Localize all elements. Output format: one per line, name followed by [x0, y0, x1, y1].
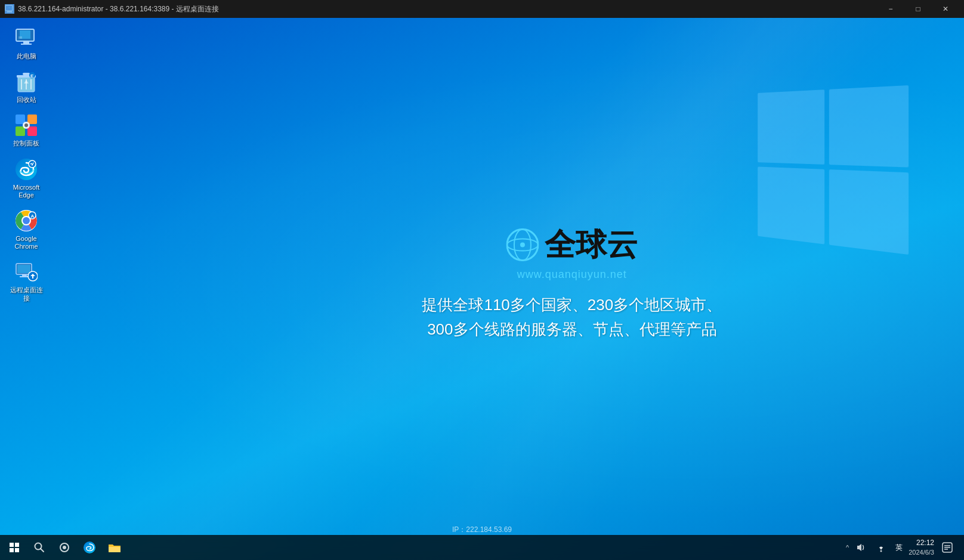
brand-url: www.quanqiuyun.net — [422, 268, 722, 280]
taskbar: ^ 英 22:12 2024/6/ — [0, 535, 964, 560]
chrome-label: Google Chrome — [7, 235, 45, 250]
svg-rect-17 — [16, 115, 25, 124]
svg-rect-8 — [18, 36, 22, 39]
brand-desc-line1: 提供全球110多个国家、230多个地区城市、 — [422, 292, 722, 317]
svg-point-42 — [63, 546, 66, 549]
search-button[interactable] — [27, 536, 51, 559]
network-wifi-icon — [876, 543, 886, 552]
title-bar-text: 38.6.221.164-administrator - 38.6.221.16… — [18, 4, 219, 14]
taskbar-file-explorer-button[interactable] — [103, 536, 126, 559]
rdp-label: 远程桌面连接 — [7, 286, 45, 302]
desktop-icon-edge[interactable]: Microsoft Edge — [5, 155, 48, 202]
svg-rect-3 — [8, 7, 10, 8]
title-bar-controls: − □ ✕ — [877, 0, 959, 18]
brand-logo-svg — [506, 228, 539, 261]
svg-rect-2 — [7, 12, 13, 13]
brand-logo-area: 全球云 — [422, 224, 722, 265]
svg-rect-19 — [16, 126, 25, 136]
win-pane-4 — [829, 169, 909, 255]
svg-point-24 — [29, 160, 36, 168]
title-bar-left: 38.6.221.164-administrator - 38.6.221.16… — [5, 4, 219, 14]
start-button[interactable] — [2, 536, 26, 559]
rdp-icon-small — [5, 4, 14, 14]
microsoft-edge-icon — [14, 157, 38, 181]
taskbar-edge-button[interactable] — [78, 536, 101, 559]
svg-text:E: E — [30, 73, 34, 79]
desktop-icon-control-panel[interactable]: 控制面板 — [5, 111, 48, 150]
start-pane-2 — [15, 543, 19, 547]
task-view-icon — [59, 542, 70, 553]
svg-point-27 — [23, 217, 30, 224]
network-icon[interactable] — [873, 536, 889, 559]
win-pane-3 — [758, 167, 824, 245]
taskbar-edge-icon — [83, 541, 96, 554]
brand-center: 全球云 www.quanqiuyun.net 提供全球110多个国家、230多个… — [422, 224, 722, 342]
clock[interactable]: 22:12 2024/6/3 — [909, 539, 934, 556]
recycle-bin-icon: E — [14, 70, 38, 94]
desktop-icon-chrome[interactable]: A Google Chrome — [5, 206, 48, 253]
svg-rect-7 — [21, 44, 32, 45]
start-pane-3 — [10, 548, 14, 552]
search-icon — [34, 542, 45, 553]
minimize-button[interactable]: − — [877, 0, 904, 18]
notification-center-button[interactable] — [938, 536, 957, 559]
svg-rect-44 — [109, 547, 120, 552]
tray-chevron[interactable]: ^ — [846, 544, 849, 551]
keyboard-language[interactable]: 英 — [893, 543, 905, 553]
google-chrome-icon: A — [14, 209, 38, 233]
win-pane-1 — [758, 89, 824, 165]
svg-rect-11 — [23, 73, 30, 75]
desktop-icon-recycle-bin[interactable]: E 回收站 — [5, 67, 48, 106]
maximize-button[interactable]: □ — [904, 0, 932, 18]
svg-rect-32 — [22, 274, 27, 276]
taskbar-right: ^ 英 22:12 2024/6/ — [846, 536, 962, 559]
this-pc-icon — [14, 26, 38, 50]
clock-time: 22:12 — [909, 539, 934, 548]
rdp-desktop: 此电脑 E 回收站 — [0, 18, 964, 560]
desktop-icon-this-pc[interactable]: 此电脑 — [5, 24, 48, 63]
remote-desktop-icon — [14, 260, 38, 284]
desktop-icons: 此电脑 E 回收站 — [5, 24, 48, 305]
ip-bar: IP：222.184.53.69 — [452, 525, 512, 535]
svg-rect-18 — [27, 115, 37, 124]
control-panel-label: 控制面板 — [13, 140, 39, 147]
svg-point-38 — [520, 242, 525, 247]
close-button[interactable]: ✕ — [932, 0, 959, 18]
windows-start-icon — [10, 543, 19, 552]
edge-label: Microsoft Edge — [7, 184, 45, 199]
title-bar: 38.6.221.164-administrator - 38.6.221.16… — [0, 0, 964, 18]
volume-icon[interactable] — [852, 536, 869, 559]
this-pc-label: 此电脑 — [17, 52, 36, 60]
task-view-button[interactable] — [52, 536, 76, 559]
brand-description: 提供全球110多个国家、230多个地区城市、 300多个线路的服务器、节点、代理… — [422, 292, 722, 342]
desktop-icon-rdp[interactable]: 远程桌面连接 — [5, 258, 48, 304]
svg-point-22 — [24, 123, 28, 127]
notification-icon — [942, 542, 953, 553]
taskbar-left — [2, 536, 126, 559]
control-panel-icon — [14, 113, 38, 137]
svg-text:A: A — [31, 214, 35, 219]
svg-rect-31 — [17, 265, 30, 273]
recycle-bin-label: 回收站 — [17, 96, 36, 104]
start-pane-4 — [15, 548, 19, 552]
win-pane-2 — [829, 85, 909, 168]
svg-rect-20 — [27, 126, 37, 136]
brand-desc-line2: 300多个线路的服务器、节点、代理等产品 — [422, 317, 722, 342]
svg-line-40 — [41, 549, 44, 552]
file-explorer-icon — [108, 542, 121, 553]
brand-name: 全球云 — [545, 224, 638, 265]
start-pane-1 — [10, 543, 14, 547]
svg-rect-1 — [7, 11, 12, 12]
system-tray[interactable]: ^ — [846, 544, 849, 551]
windows-logo — [749, 89, 916, 328]
clock-date: 2024/6/3 — [909, 548, 934, 556]
speaker-icon — [856, 543, 866, 552]
svg-point-45 — [880, 550, 882, 552]
svg-rect-6 — [23, 41, 29, 44]
